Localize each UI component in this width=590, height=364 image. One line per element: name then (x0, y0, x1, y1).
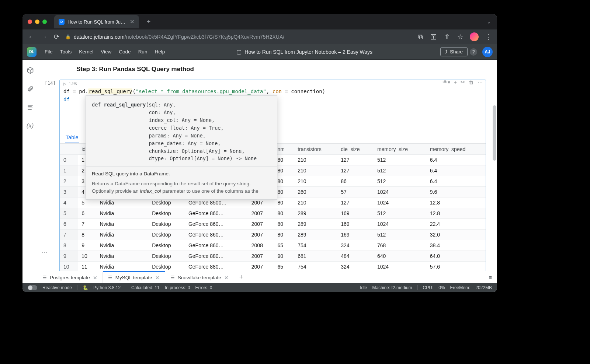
main-area: Step 3: Run Pandas SQL Query method [14]… (38, 60, 497, 271)
cell: Desktop (148, 240, 185, 251)
cell: 512 (374, 165, 426, 176)
cell: 4 (60, 197, 78, 208)
col-header[interactable]: die_size (337, 144, 374, 155)
cell: 8 (78, 230, 96, 240)
share-label: Share (450, 49, 463, 55)
menu-help[interactable]: Help (151, 48, 169, 56)
share-page-icon[interactable]: ⇧ (443, 33, 451, 41)
cell-split-icon[interactable]: ✂ (461, 79, 465, 85)
close-icon[interactable]: ✕ (155, 275, 160, 281)
variables-icon[interactable]: (x) (26, 122, 34, 130)
minimize-window-icon[interactable] (35, 20, 39, 24)
left-rail: (x) (22, 60, 38, 271)
tab-close-icon[interactable]: ✕ (130, 18, 135, 25)
more-rail-icon[interactable]: ⋯ (42, 249, 48, 256)
passkey-icon[interactable]: ⚿ (430, 33, 437, 41)
browser-tab[interactable]: D How to Run SQL from Jupyter ✕ (54, 15, 139, 28)
file-tab-label: MySQL template (115, 275, 152, 280)
close-icon[interactable]: ✕ (224, 275, 229, 281)
maximize-window-icon[interactable] (42, 20, 47, 24)
cell: 9 (60, 251, 78, 262)
cell: 2 (60, 176, 78, 187)
close-icon[interactable]: ✕ (93, 275, 97, 281)
table-row[interactable]: 89NvidiaDesktopGeForce 860…2008657543247… (60, 240, 486, 251)
app-menubar: DL FileToolsKernelViewCodeRunHelp ▢ How … (22, 44, 497, 60)
cell-add-icon[interactable]: + (454, 79, 457, 85)
col-header[interactable] (60, 144, 78, 155)
menu-code[interactable]: Code (115, 48, 134, 56)
menu-file[interactable]: File (41, 48, 56, 56)
cell: 210 (294, 155, 337, 165)
table-row[interactable]: 1011NvidiaDesktopGeForce 880…20076575432… (60, 262, 486, 271)
content-scroll[interactable]: Step 3: Run Pandas SQL Query method [14]… (38, 60, 497, 271)
share-button[interactable]: ⤴ Share (440, 47, 468, 56)
cell-delete-icon[interactable]: 🗑 (469, 79, 474, 85)
cell: 57 (337, 187, 374, 197)
table-row[interactable]: 78NvidiaDesktopGeForce 860…2007802891695… (60, 230, 486, 240)
profile-avatar[interactable] (470, 32, 479, 41)
file-tabs-menu-icon[interactable]: ≡ (483, 271, 497, 283)
file-tab[interactable]: ☰Postgres template✕ (37, 271, 103, 283)
output-tab-table[interactable]: Table (65, 132, 79, 143)
url-field[interactable]: 🔒 datalore.jetbrains.com/notebook/0k5R4A… (65, 31, 412, 42)
tab-title: How to Run SQL from Jupyter (67, 19, 127, 25)
install-app-icon[interactable]: ⧉ (417, 33, 424, 41)
doc-title-area: ▢ How to Run SQL from Jupyter Notebook –… (171, 49, 438, 55)
add-file-tab[interactable]: + (234, 271, 249, 283)
exec-time: 1.9s (69, 81, 77, 86)
cell: Nvidia (96, 208, 148, 219)
file-tab[interactable]: ☰MySQL template✕ (103, 271, 165, 283)
menu-view[interactable]: View (97, 48, 115, 56)
cell: 57.6 (426, 262, 486, 271)
cell: 9 (78, 240, 96, 251)
status-calculated: Calculated: 11 (131, 285, 160, 290)
package-icon[interactable] (26, 66, 34, 74)
cell: 12.8 (426, 197, 486, 208)
list-icon: ☰ (108, 275, 112, 280)
cell: 10 (60, 262, 78, 271)
cell-box[interactable]: 👁▾ + ✂ 🗑 ⋯ ▷ 1.9s df = pd.read_sql_query… (59, 80, 486, 271)
toc-icon[interactable] (26, 103, 34, 111)
run-cell-icon[interactable]: ▷ (63, 82, 66, 86)
tabs-overflow-icon[interactable]: ⌄ (487, 19, 491, 25)
cell: 169 (337, 219, 374, 230)
browser-menu-icon[interactable]: ⋮ (485, 33, 492, 41)
col-header[interactable]: transistors (294, 144, 337, 155)
cell: Nvidia (96, 262, 148, 271)
nav-forward-icon[interactable]: → (40, 33, 48, 41)
share-icon: ⤴ (445, 49, 448, 55)
col-header[interactable]: memory_speed (426, 144, 486, 155)
cell-visibility-icon[interactable]: 👁▾ (442, 79, 450, 85)
cell: Nvidia (96, 230, 148, 240)
file-tab-label: Snowflake template (178, 275, 221, 280)
menu-kernel[interactable]: Kernel (75, 48, 97, 56)
bookmark-star-icon[interactable]: ☆ (457, 33, 464, 41)
nav-reload-icon[interactable]: ⟳ (53, 33, 60, 41)
help-button[interactable]: ? (470, 48, 477, 56)
cell: 169 (337, 208, 374, 219)
table-row[interactable]: 67NvidiaDesktopGeForce 860…2007802891691… (60, 219, 486, 230)
browser-chrome: D How to Run SQL from Jupyter ✕ + ⌄ ← → … (22, 14, 497, 44)
status-machine[interactable]: Machine: t2.medium (372, 285, 412, 290)
table-row[interactable]: 56NvidiaDesktopGeForce 860…2007802891695… (60, 208, 486, 219)
reactive-toggle[interactable] (28, 285, 37, 290)
python-version[interactable]: Python 3.8.12 (93, 285, 121, 290)
new-tab-button[interactable]: + (143, 17, 154, 27)
attachment-icon[interactable] (26, 85, 34, 93)
datalore-logo-icon[interactable]: DL (27, 47, 37, 57)
cell-more-icon[interactable]: ⋯ (478, 79, 483, 85)
nav-back-icon[interactable]: ← (28, 33, 35, 41)
table-row[interactable]: 910NvidiaDesktopGeForce 880…200790681484… (60, 251, 486, 262)
cell: 512 (374, 155, 426, 165)
vertical-scrollbar[interactable] (493, 105, 497, 260)
col-header[interactable]: memory_size (374, 144, 426, 155)
menu-run[interactable]: Run (135, 48, 151, 56)
lock-icon: 🔒 (65, 34, 71, 39)
menu-tools[interactable]: Tools (56, 48, 76, 56)
user-avatar[interactable]: AJ (482, 47, 493, 57)
url-host: datalore.jetbrains.com (74, 34, 125, 40)
file-tab[interactable]: ☰Snowflake template✕ (165, 271, 234, 283)
bookmark-icon[interactable]: ▢ (236, 49, 242, 55)
close-window-icon[interactable] (28, 20, 32, 24)
cell: 754 (294, 240, 337, 251)
